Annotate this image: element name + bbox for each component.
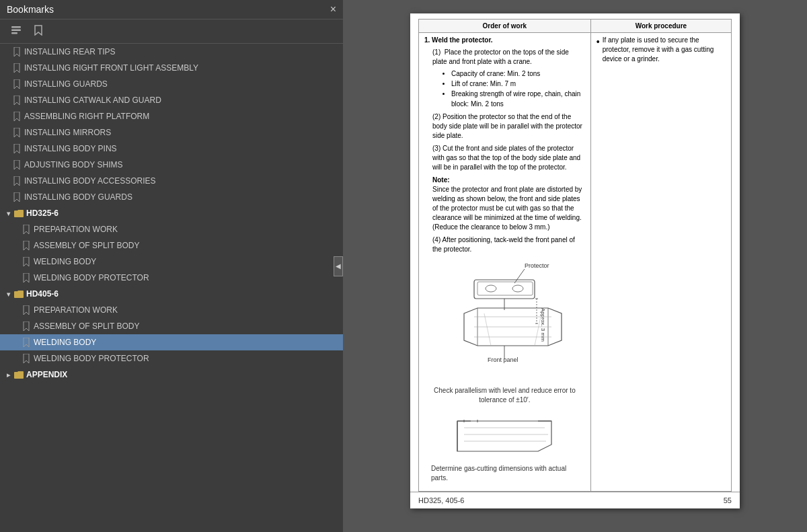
step1: 1. Weld the protector. (424, 36, 585, 45)
bookmark-icon (13, 128, 20, 137)
bullet1: Capacity of crane: Min. 2 tons (451, 69, 585, 79)
note-text: Since the protector and front plate are … (432, 186, 582, 231)
svg-text:Protector: Protector (525, 262, 549, 269)
chevron-icon: ▸ (7, 371, 10, 379)
chevron-icon: ▾ (7, 291, 10, 298)
bookmark-icon (23, 241, 30, 250)
bookmark-label: INSTALLING CATWALK AND GUARD (24, 96, 161, 105)
bookmark-item-installing-guards[interactable]: INSTALLING GUARDS (0, 76, 343, 92)
expand-all-button[interactable] (7, 23, 26, 40)
svg-rect-1 (11, 30, 21, 32)
procedure-table: Order of work Work procedure 1. Weld the… (418, 19, 732, 492)
bookmark-item-installing-body-accessories[interactable]: INSTALLING BODY ACCESSORIES (0, 173, 343, 189)
procedure-col: • If any plate is used to secure the pro… (590, 33, 731, 492)
bookmark-icon (23, 225, 30, 234)
sub3: (3) Cut the front and side plates of the… (432, 144, 585, 172)
svg-point-8 (486, 285, 496, 292)
note: Note: Since the protector and front plat… (432, 176, 585, 232)
diagram3-text: Determine gas-cutting dimensions with ac… (424, 464, 585, 483)
bullet-list: Capacity of crane: Min. 2 tons Lift of c… (443, 69, 585, 109)
bookmark-label: INSTALLING MIRRORS (24, 128, 111, 137)
bookmark-icon (23, 257, 30, 266)
bookmark-icon (23, 305, 30, 315)
bookmark-icon (13, 63, 20, 73)
svg-line-5 (514, 269, 525, 283)
bookmark-icon (13, 144, 20, 153)
bookmark-icon (23, 321, 30, 331)
bookmark-icon (23, 338, 30, 347)
bookmark-item-installing-rear-tips[interactable]: INSTALLING REAR TIPS (0, 44, 343, 60)
bookmark-item-installing-right-front-light[interactable]: INSTALLING RIGHT FRONT LIGHT ASSEMBLY (0, 60, 343, 76)
order-col: 1. Weld the protector. (1) Place the pro… (419, 33, 591, 492)
sidebar-toolbar (0, 20, 343, 44)
folder-icon (14, 209, 24, 217)
bookmark-label: WELDING BODY PROTECTOR (34, 273, 149, 282)
bookmark-item-prep-work-1[interactable]: PREPARATION WORK (0, 221, 343, 237)
bookmark-label: WELDING BODY PROTECTOR (34, 354, 149, 363)
bookmark-label: ASSEMBLY OF SPLIT BODY (34, 241, 139, 250)
bookmark-icon (13, 192, 20, 202)
bookmark-item-assembly-split-body-2[interactable]: ASSEMBLY OF SPLIT BODY (0, 318, 343, 334)
bookmark-item-installing-body-guards[interactable]: INSTALLING BODY GUARDS (0, 189, 343, 205)
bookmark-icon (13, 160, 20, 169)
folder-icon (14, 290, 24, 298)
close-button[interactable]: × (330, 4, 336, 15)
sidebar-header: Bookmarks × (0, 0, 343, 20)
group-label: HD325-6 (26, 208, 59, 218)
bookmark-icon (13, 176, 20, 186)
sidebar-collapse-button[interactable]: ◀ (334, 256, 343, 276)
svg-rect-6 (474, 280, 535, 299)
bookmark-item-hd325-6[interactable]: ▾HD325-6 (0, 205, 343, 221)
bookmark-item-installing-body-pins[interactable]: INSTALLING BODY PINS (0, 141, 343, 157)
bullet2: Lift of crane: Min. 7 m (451, 79, 585, 89)
note-label: Note: (432, 176, 450, 184)
sub2: (2) Position the protector so that the e… (432, 112, 585, 141)
bookmark-label: INSTALLING BODY ACCESSORIES (24, 176, 156, 186)
protector-diagram: Protector (437, 260, 572, 367)
bookmark-item-welding-body-1[interactable]: WELDING BODY (0, 254, 343, 270)
bookmark-label: PREPARATION WORK (34, 225, 118, 234)
bookmark-icon (23, 273, 30, 282)
sub3-text: (3) Cut the front and side plates of the… (432, 145, 580, 171)
chevron-icon: ▾ (7, 210, 10, 217)
bookmark-item-assembling-right-platform[interactable]: ASSEMBLING RIGHT PLATFORM (0, 108, 343, 124)
bookmark-item-installing-catwalk[interactable]: INSTALLING CATWALK AND GUARD (0, 92, 343, 108)
bookmark-item-hd405-6[interactable]: ▾HD405-6 (0, 286, 343, 302)
bookmark-label: ASSEMBLING RIGHT PLATFORM (24, 112, 149, 121)
bookmark-item-prep-work-2[interactable]: PREPARATION WORK (0, 302, 343, 318)
footer-right: 55 (724, 496, 732, 504)
sub1-text: (1) Place the protector on the tops of t… (432, 48, 569, 65)
doc-content: Order of work Work procedure 1. Weld the… (343, 0, 807, 532)
bookmark-item-welding-body-2[interactable]: WELDING BODY (0, 334, 343, 350)
bookmark-item-installing-mirrors[interactable]: INSTALLING MIRRORS (0, 124, 343, 141)
svg-rect-0 (11, 26, 21, 28)
diagram2-area: Check parallelism with level and reduce … (424, 381, 585, 488)
bookmark-nav-button[interactable] (30, 22, 47, 40)
bookmark-label: INSTALLING BODY PINS (24, 144, 117, 153)
sub2-text: (2) Position the protector so that the e… (432, 113, 582, 139)
bookmark-label: INSTALLING RIGHT FRONT LIGHT ASSEMBLY (24, 63, 198, 73)
footer-left: HD325, 405-6 (418, 496, 465, 504)
bookmark-icon (13, 112, 20, 121)
sidebar: Bookmarks × INSTALLING REAR TIPSINSTALLI… (0, 0, 343, 532)
parallelism-diagram (444, 408, 565, 461)
svg-text:Front panel: Front panel (488, 356, 518, 363)
bookmark-label: ASSEMBLY OF SPLIT BODY (34, 321, 139, 331)
procedure-text: If any plate is used to secure the prote… (603, 36, 726, 64)
folder-icon (14, 371, 24, 379)
bookmark-item-assembly-split-body-1[interactable]: ASSEMBLY OF SPLIT BODY (0, 237, 343, 254)
bullet3: Breaking strength of wire rope, chain, c… (451, 89, 585, 109)
sub4: (4) After positioning, tack-weld the fro… (432, 235, 585, 254)
bookmark-item-appendix[interactable]: ▸APPENDIX (0, 367, 343, 383)
bookmark-label: ADJUSTING BODY SHIMS (24, 160, 122, 169)
procedure-content: • If any plate is used to secure the pro… (597, 36, 726, 64)
group-label: APPENDIX (26, 370, 67, 379)
bookmark-item-welding-body-protector-2[interactable]: WELDING BODY PROTECTOR (0, 350, 343, 367)
bookmark-item-adjusting-body-shims[interactable]: ADJUSTING BODY SHIMS (0, 157, 343, 173)
bookmark-item-welding-body-protector-1[interactable]: WELDING BODY PROTECTOR (0, 270, 343, 286)
bookmark-label: WELDING BODY (34, 257, 96, 266)
bookmark-label: INSTALLING REAR TIPS (24, 47, 116, 56)
svg-rect-2 (11, 32, 17, 34)
step1-label: 1. Weld the protector. (424, 36, 493, 44)
diagram1-area: Protector (424, 254, 585, 375)
